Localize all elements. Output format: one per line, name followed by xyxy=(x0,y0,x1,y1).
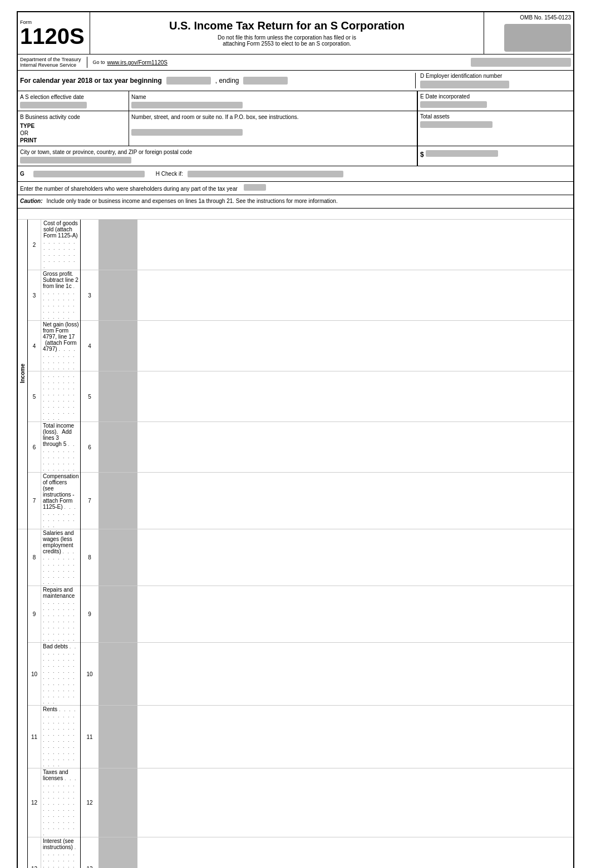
line-2-num: 2 xyxy=(28,220,41,270)
total-assets-value xyxy=(420,121,493,128)
employer-id-value xyxy=(420,81,509,88)
caution-label: Caution: xyxy=(20,198,43,204)
line-9-amount: 9 xyxy=(81,586,98,643)
line-5-amount: 5 xyxy=(81,371,98,422)
line-12-amount: 12 xyxy=(81,768,98,837)
total-assets-label: Total assets xyxy=(420,113,571,120)
stamp-box xyxy=(504,24,571,52)
right-redacted-10 xyxy=(98,643,137,706)
income-section-label: Income xyxy=(19,364,26,383)
type-label: TYPE xyxy=(20,123,35,129)
income-section-start: Income 2 Cost of goods sold (attach Form… xyxy=(18,220,573,270)
date-inc-label: E Date incorporated xyxy=(420,93,571,100)
right-redacted-8 xyxy=(98,529,137,586)
line-13-desc: Interest (see instructions) . . . . . . … xyxy=(41,837,81,869)
calendar-label: For calendar year 2018 or tax year begin… xyxy=(20,77,162,85)
dollar-sign: $ xyxy=(420,151,424,158)
right-redacted-5 xyxy=(98,371,137,422)
address-value xyxy=(131,129,243,136)
line-13-num: 13 xyxy=(28,837,41,869)
shareholders-value xyxy=(244,184,266,191)
print-label: PRINT xyxy=(20,137,37,143)
line-7-amount: 7 xyxy=(81,473,98,529)
line-8-amount: 8 xyxy=(81,529,98,586)
election-label: A S election effective date xyxy=(20,94,84,100)
h-checkboxes xyxy=(188,171,343,177)
address-label: Number, street, and room or suite no. If… xyxy=(131,114,299,120)
date-inc-value xyxy=(420,101,487,108)
right-redacted-9 xyxy=(98,586,137,643)
sub-title-line1: Do not file this form unless the corpora… xyxy=(218,34,356,41)
line-4-num: 4 xyxy=(28,321,41,371)
line-6-num: 6 xyxy=(28,422,41,473)
city-value xyxy=(20,157,131,163)
right-redacted-11 xyxy=(98,706,137,768)
line-10-amount: 10 xyxy=(81,643,98,706)
goto-url: www.irs.gov/Form1120S xyxy=(107,59,168,66)
line-3-num: 3 xyxy=(28,270,41,321)
dollar-value xyxy=(426,150,498,157)
shareholders-label: Enter the number of shareholders who wer… xyxy=(20,186,238,192)
line-9-num: 9 xyxy=(28,586,41,643)
line-12-desc: Taxes and licenses . . . . . . . . . . .… xyxy=(41,768,81,837)
line-11-desc: Rents . . . . . . . . . . . . . . . . . … xyxy=(41,706,81,768)
g-value xyxy=(33,171,145,177)
line-4-desc: Net gain (loss) from Form 4797, line 17 … xyxy=(41,321,81,371)
line-6-desc: Total income (loss). Add lines 3 through… xyxy=(41,422,81,473)
right-redacted-7 xyxy=(98,473,137,529)
line-10-desc: Bad debts . . . . . . . . . . . . . . . … xyxy=(41,643,81,706)
ending-value-redacted xyxy=(243,77,288,85)
line-8-desc: Salaries and wages (less employment cred… xyxy=(41,529,81,586)
line-2-desc: Cost of goods sold (attach Form 1125-A) … xyxy=(41,220,81,270)
dept-line2: Internal Revenue Service xyxy=(20,62,81,68)
name-label: Name xyxy=(131,94,146,100)
line-5-num: 5 xyxy=(28,371,41,422)
line-6-amount: 6 xyxy=(81,422,98,473)
business-label: B Business activity code xyxy=(20,114,80,120)
form-number: 1120S xyxy=(20,25,87,47)
city-label: City or town, state or province, country… xyxy=(20,149,192,155)
dept-line1: Department of the Treasury xyxy=(20,57,81,62)
line-8-num: 8 xyxy=(28,529,41,586)
right-redacted-2 xyxy=(98,220,137,270)
omb-number: OMB No. 1545-0123 xyxy=(520,14,571,21)
goto-label: Go to xyxy=(93,59,105,65)
right-redacted-3 xyxy=(98,270,137,321)
beginning-value-redacted xyxy=(166,77,211,85)
line-9-desc: Repairs and maintenance . . . . . . . . … xyxy=(41,586,81,643)
name-value xyxy=(131,102,243,108)
employer-id-label: D Employer identification number xyxy=(420,73,571,79)
main-title: U.S. Income Tax Return for an S Corporat… xyxy=(169,19,405,32)
line-3-amount: 3 xyxy=(81,270,98,321)
right-redacted-6 xyxy=(98,422,137,473)
header-redacted-bar xyxy=(471,58,571,67)
ending-label: , ending xyxy=(215,77,239,85)
sub-title-line2: attaching Form 2553 to elect to be an S … xyxy=(223,41,351,47)
g-label: G xyxy=(20,171,24,177)
line-2-amount xyxy=(81,220,98,270)
line-12-num: 12 xyxy=(28,768,41,837)
h-label: H Check if: xyxy=(156,171,183,177)
line-3-desc: Gross profit. Subtract line 2 from line … xyxy=(41,270,81,321)
line-7-desc: Compensation of officers (see instructio… xyxy=(41,473,81,529)
line-13-amount: 13 xyxy=(81,837,98,869)
line-5-desc: . . . . . . . . . . . . . . . . . . . . … xyxy=(41,371,81,422)
line-7-num: 7 xyxy=(28,473,41,529)
line-4-amount: 4 xyxy=(81,321,98,371)
line-11-amount: 11 xyxy=(81,706,98,768)
caution-text: Include only trade or business income an… xyxy=(47,198,338,204)
line-11-num: 11 xyxy=(28,706,41,768)
or-label: OR xyxy=(20,130,28,136)
line-10-num: 10 xyxy=(28,643,41,706)
election-value xyxy=(20,102,87,108)
right-redacted-12 xyxy=(98,768,137,837)
right-redacted-4 xyxy=(98,321,137,371)
right-redacted-13 xyxy=(98,837,137,869)
